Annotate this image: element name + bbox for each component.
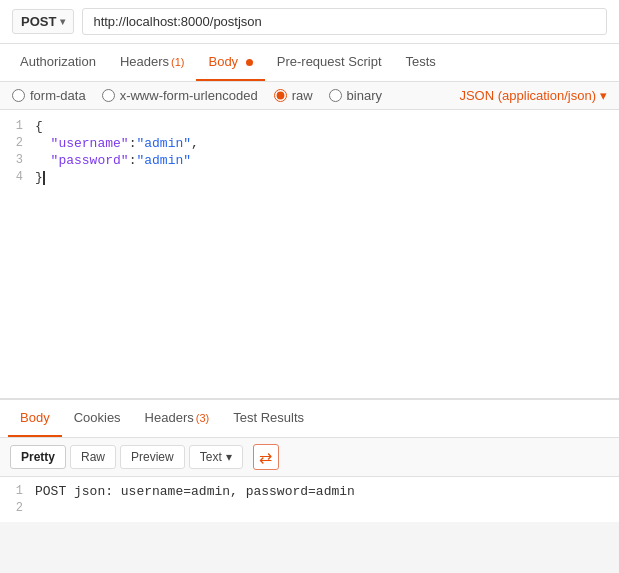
method-selector[interactable]: POST ▾ xyxy=(12,9,74,34)
form-data-label: form-data xyxy=(30,88,86,103)
output-line-1: 1 POST json: username=admin, password=ad… xyxy=(0,483,619,500)
resp-tab-headers[interactable]: Headers(3) xyxy=(133,400,222,437)
tab-headers-label: Headers xyxy=(120,54,169,69)
wrap-button[interactable]: ⇄ xyxy=(253,444,279,470)
preview-button[interactable]: Preview xyxy=(120,445,185,469)
line-num-3: 3 xyxy=(0,153,35,167)
line-content-3: "password":"admin" xyxy=(35,153,619,168)
body-dot-indicator xyxy=(246,59,253,66)
urlencoded-label: x-www-form-urlencoded xyxy=(120,88,258,103)
resp-tab-headers-badge: (3) xyxy=(196,412,209,424)
tab-tests-label: Tests xyxy=(406,54,436,69)
raw-button[interactable]: Raw xyxy=(70,445,116,469)
response-section: Body Cookies Headers(3) Test Results Pre… xyxy=(0,400,619,522)
output-content-1: POST json: username=admin, password=admi… xyxy=(35,484,619,499)
tab-pre-request[interactable]: Pre-request Script xyxy=(265,44,394,81)
text-dropdown-label: Text xyxy=(200,450,222,464)
resp-tab-test-results-label: Test Results xyxy=(233,410,304,425)
tab-tests[interactable]: Tests xyxy=(394,44,448,81)
binary-label: binary xyxy=(347,88,382,103)
output-line-2: 2 xyxy=(0,500,619,516)
option-raw[interactable]: raw xyxy=(274,88,313,103)
code-editor[interactable]: 1 { 2 "username":"admin", 3 "password":"… xyxy=(0,110,619,400)
tab-body-label: Body xyxy=(208,54,238,69)
option-urlencoded[interactable]: x-www-form-urlencoded xyxy=(102,88,258,103)
resp-tab-body-label: Body xyxy=(20,410,50,425)
radio-urlencoded[interactable] xyxy=(102,89,115,102)
option-binary[interactable]: binary xyxy=(329,88,382,103)
resp-tab-cookies-label: Cookies xyxy=(74,410,121,425)
line-num-4: 4 xyxy=(0,170,35,184)
code-line-3: 3 "password":"admin" xyxy=(0,152,619,169)
option-form-data[interactable]: form-data xyxy=(12,88,86,103)
resp-tab-body[interactable]: Body xyxy=(8,400,62,437)
tab-headers[interactable]: Headers(1) xyxy=(108,44,197,81)
request-tabs-row: Authorization Headers(1) Body Pre-reques… xyxy=(0,44,619,82)
line-num-2: 2 xyxy=(0,136,35,150)
output-num-1: 1 xyxy=(0,484,35,498)
resp-tab-headers-label: Headers xyxy=(145,410,194,425)
line-content-1: { xyxy=(35,119,619,134)
response-tabs-row: Body Cookies Headers(3) Test Results xyxy=(0,400,619,438)
resp-tab-cookies[interactable]: Cookies xyxy=(62,400,133,437)
json-selector-label: JSON (application/json) xyxy=(459,88,596,103)
tab-authorization-label: Authorization xyxy=(20,54,96,69)
radio-binary[interactable] xyxy=(329,89,342,102)
body-options-row: form-data x-www-form-urlencoded raw bina… xyxy=(0,82,619,110)
code-line-4: 4 } xyxy=(0,169,619,186)
line-num-1: 1 xyxy=(0,119,35,133)
code-line-2: 2 "username":"admin", xyxy=(0,135,619,152)
output-num-2: 2 xyxy=(0,501,35,515)
method-chevron: ▾ xyxy=(60,16,65,27)
resp-tab-test-results[interactable]: Test Results xyxy=(221,400,316,437)
method-label: POST xyxy=(21,14,56,29)
tab-authorization[interactable]: Authorization xyxy=(8,44,108,81)
json-type-selector[interactable]: JSON (application/json) ▾ xyxy=(459,88,607,103)
url-input[interactable] xyxy=(82,8,607,35)
text-dropdown[interactable]: Text ▾ xyxy=(189,445,243,469)
code-line-1: 1 { xyxy=(0,118,619,135)
pretty-button[interactable]: Pretty xyxy=(10,445,66,469)
text-dropdown-chevron: ▾ xyxy=(226,450,232,464)
line-content-2: "username":"admin", xyxy=(35,136,619,151)
top-bar: POST ▾ xyxy=(0,0,619,44)
tab-body[interactable]: Body xyxy=(196,44,264,81)
tab-pre-request-label: Pre-request Script xyxy=(277,54,382,69)
raw-label: raw xyxy=(292,88,313,103)
response-output: 1 POST json: username=admin, password=ad… xyxy=(0,477,619,522)
tab-headers-badge: (1) xyxy=(171,56,184,68)
json-selector-chevron: ▾ xyxy=(600,88,607,103)
radio-form-data[interactable] xyxy=(12,89,25,102)
line-content-4: } xyxy=(35,170,619,185)
response-toolbar: Pretty Raw Preview Text ▾ ⇄ xyxy=(0,438,619,477)
radio-raw[interactable] xyxy=(274,89,287,102)
